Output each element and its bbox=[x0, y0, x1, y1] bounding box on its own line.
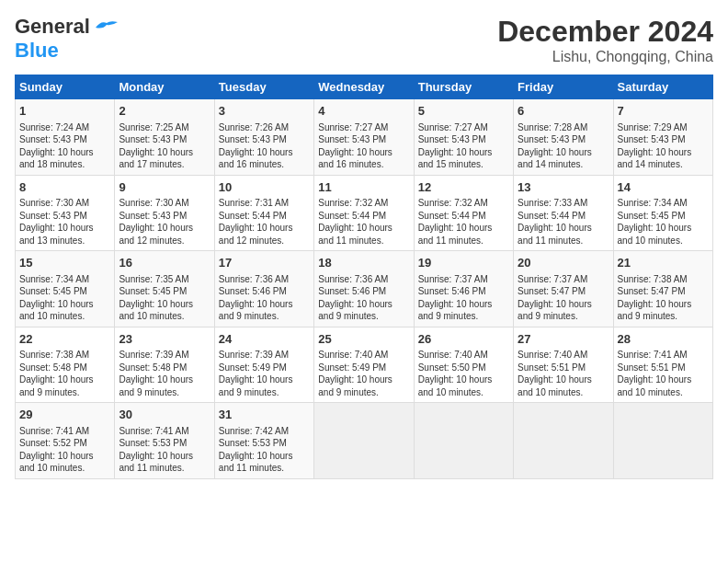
calendar-day-cell: 10Sunrise: 7:31 AMSunset: 5:44 PMDayligh… bbox=[214, 175, 313, 251]
calendar-day-cell: 24Sunrise: 7:39 AMSunset: 5:49 PMDayligh… bbox=[214, 327, 313, 403]
col-saturday: Saturday bbox=[613, 75, 712, 99]
calendar-day-cell: 1Sunrise: 7:24 AMSunset: 5:43 PMDaylight… bbox=[16, 99, 115, 176]
day-number: 20 bbox=[518, 255, 609, 271]
calendar-day-cell: 29Sunrise: 7:41 AMSunset: 5:52 PMDayligh… bbox=[16, 403, 115, 479]
day-number: 17 bbox=[219, 255, 310, 271]
calendar-day-cell bbox=[514, 403, 613, 479]
calendar-day-cell: 2Sunrise: 7:25 AMSunset: 5:43 PMDaylight… bbox=[115, 99, 214, 176]
logo-bird-icon bbox=[94, 18, 119, 35]
col-tuesday: Tuesday bbox=[214, 75, 313, 99]
day-number: 4 bbox=[318, 103, 409, 120]
day-number: 26 bbox=[418, 331, 509, 348]
day-number: 1 bbox=[19, 103, 110, 120]
logo-general: General bbox=[15, 15, 90, 39]
calendar-day-cell: 8Sunrise: 7:30 AMSunset: 5:43 PMDaylight… bbox=[16, 175, 115, 251]
calendar-day-cell: 21Sunrise: 7:38 AMSunset: 5:47 PMDayligh… bbox=[613, 251, 712, 327]
calendar-week-row: 29Sunrise: 7:41 AMSunset: 5:52 PMDayligh… bbox=[16, 403, 713, 479]
calendar-day-cell: 5Sunrise: 7:27 AMSunset: 5:43 PMDaylight… bbox=[414, 99, 513, 176]
col-friday: Friday bbox=[514, 75, 613, 99]
page-container: General Blue December 2024 Lishu, Chongq… bbox=[0, 0, 728, 488]
calendar-day-cell: 18Sunrise: 7:36 AMSunset: 5:46 PMDayligh… bbox=[314, 251, 414, 327]
calendar-week-row: 1Sunrise: 7:24 AMSunset: 5:43 PMDaylight… bbox=[16, 99, 713, 176]
calendar-day-cell: 30Sunrise: 7:41 AMSunset: 5:53 PMDayligh… bbox=[115, 403, 214, 479]
page-title: December 2024 bbox=[497, 15, 713, 49]
title-block: December 2024 Lishu, Chongqing, China bbox=[497, 15, 713, 65]
day-number: 22 bbox=[19, 331, 110, 348]
day-number: 5 bbox=[418, 103, 509, 120]
day-number: 3 bbox=[219, 103, 310, 120]
day-number: 19 bbox=[418, 255, 509, 271]
day-number: 24 bbox=[219, 331, 310, 348]
calendar-day-cell: 26Sunrise: 7:40 AMSunset: 5:50 PMDayligh… bbox=[414, 327, 513, 403]
calendar-day-cell: 31Sunrise: 7:42 AMSunset: 5:53 PMDayligh… bbox=[214, 403, 313, 479]
day-number: 15 bbox=[19, 255, 110, 271]
calendar-day-cell: 15Sunrise: 7:34 AMSunset: 5:45 PMDayligh… bbox=[16, 251, 115, 327]
day-number: 9 bbox=[119, 179, 210, 196]
header: General Blue December 2024 Lishu, Chongq… bbox=[15, 15, 713, 65]
day-number: 13 bbox=[518, 179, 609, 196]
calendar-day-cell: 22Sunrise: 7:38 AMSunset: 5:48 PMDayligh… bbox=[16, 327, 115, 403]
col-monday: Monday bbox=[115, 75, 214, 99]
day-number: 7 bbox=[618, 103, 709, 120]
day-number: 21 bbox=[618, 255, 709, 271]
calendar-day-cell: 7Sunrise: 7:29 AMSunset: 5:43 PMDaylight… bbox=[613, 99, 712, 176]
calendar-day-cell: 19Sunrise: 7:37 AMSunset: 5:46 PMDayligh… bbox=[414, 251, 513, 327]
day-number: 28 bbox=[618, 331, 709, 348]
calendar-header-row: Sunday Monday Tuesday Wednesday Thursday… bbox=[16, 75, 713, 99]
day-number: 29 bbox=[19, 407, 110, 423]
calendar-day-cell: 14Sunrise: 7:34 AMSunset: 5:45 PMDayligh… bbox=[613, 175, 712, 251]
day-number: 11 bbox=[318, 179, 409, 196]
calendar-table: Sunday Monday Tuesday Wednesday Thursday… bbox=[15, 75, 713, 479]
day-number: 31 bbox=[219, 407, 310, 423]
day-number: 14 bbox=[618, 179, 709, 196]
day-number: 16 bbox=[119, 255, 210, 271]
calendar-week-row: 8Sunrise: 7:30 AMSunset: 5:43 PMDaylight… bbox=[16, 175, 713, 251]
page-subtitle: Lishu, Chongqing, China bbox=[497, 49, 713, 65]
calendar-week-row: 15Sunrise: 7:34 AMSunset: 5:45 PMDayligh… bbox=[16, 251, 713, 327]
calendar-day-cell: 11Sunrise: 7:32 AMSunset: 5:44 PMDayligh… bbox=[314, 175, 414, 251]
calendar-day-cell: 3Sunrise: 7:26 AMSunset: 5:43 PMDaylight… bbox=[214, 99, 313, 176]
calendar-day-cell: 16Sunrise: 7:35 AMSunset: 5:45 PMDayligh… bbox=[115, 251, 214, 327]
day-number: 8 bbox=[19, 179, 110, 196]
calendar-day-cell: 17Sunrise: 7:36 AMSunset: 5:46 PMDayligh… bbox=[214, 251, 313, 327]
calendar-day-cell: 28Sunrise: 7:41 AMSunset: 5:51 PMDayligh… bbox=[613, 327, 712, 403]
calendar-day-cell: 4Sunrise: 7:27 AMSunset: 5:43 PMDaylight… bbox=[314, 99, 414, 176]
col-wednesday: Wednesday bbox=[314, 75, 414, 99]
calendar-day-cell: 9Sunrise: 7:30 AMSunset: 5:43 PMDaylight… bbox=[115, 175, 214, 251]
calendar-day-cell: 6Sunrise: 7:28 AMSunset: 5:43 PMDaylight… bbox=[514, 99, 613, 176]
day-number: 2 bbox=[119, 103, 210, 120]
day-number: 30 bbox=[119, 407, 210, 423]
day-number: 25 bbox=[318, 331, 409, 348]
col-thursday: Thursday bbox=[414, 75, 513, 99]
day-number: 12 bbox=[418, 179, 509, 196]
calendar-day-cell bbox=[314, 403, 414, 479]
calendar-day-cell: 20Sunrise: 7:37 AMSunset: 5:47 PMDayligh… bbox=[514, 251, 613, 327]
day-number: 18 bbox=[318, 255, 409, 271]
calendar-day-cell: 27Sunrise: 7:40 AMSunset: 5:51 PMDayligh… bbox=[514, 327, 613, 403]
calendar-day-cell: 25Sunrise: 7:40 AMSunset: 5:49 PMDayligh… bbox=[314, 327, 414, 403]
day-number: 23 bbox=[119, 331, 210, 348]
calendar-day-cell: 13Sunrise: 7:33 AMSunset: 5:44 PMDayligh… bbox=[514, 175, 613, 251]
day-number: 10 bbox=[219, 179, 310, 196]
logo: General Blue bbox=[15, 15, 119, 63]
calendar-day-cell: 12Sunrise: 7:32 AMSunset: 5:44 PMDayligh… bbox=[414, 175, 513, 251]
calendar-week-row: 22Sunrise: 7:38 AMSunset: 5:48 PMDayligh… bbox=[16, 327, 713, 403]
calendar-day-cell: 23Sunrise: 7:39 AMSunset: 5:48 PMDayligh… bbox=[115, 327, 214, 403]
calendar-day-cell bbox=[613, 403, 712, 479]
day-number: 6 bbox=[518, 103, 609, 120]
logo-blue: Blue bbox=[15, 39, 59, 62]
calendar-day-cell bbox=[414, 403, 513, 479]
col-sunday: Sunday bbox=[16, 75, 115, 99]
day-number: 27 bbox=[518, 331, 609, 348]
